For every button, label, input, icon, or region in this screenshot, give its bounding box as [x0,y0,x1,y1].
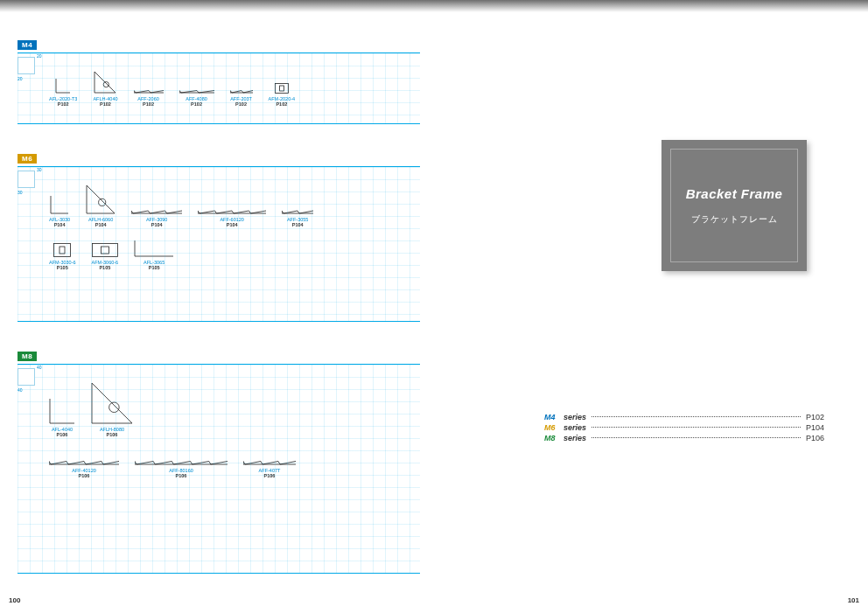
product-page: P104 [292,222,304,227]
product-page: P106 [57,432,68,437]
section-m4: M42020AFL-2020-T3P102AFLH-4040P102AFF-20… [18,35,420,124]
product-thumb [198,199,266,214]
grid-area: 3030AFL-3030P104AFLH-6060P104AFF-3090P10… [18,166,420,322]
chapter-title-card: Bracket Frame ブラケットフレーム [662,140,807,271]
product-cell: AFF-40120P106 [49,449,119,478]
product-page: P102 [276,101,287,107]
svg-rect-6 [92,244,117,257]
product-row: AFL-4040P106AFLH-8080P106 [49,382,420,437]
product-cell: AFL-3065P105 [134,240,174,270]
product-page: P106 [176,473,187,478]
product-page: P104 [227,222,238,227]
chapter-title-en: Bracket Frame [686,186,783,201]
product-cell: AFF-203TP102 [230,78,253,107]
toc-page: P102 [806,413,824,421]
svg-rect-1 [275,84,288,94]
product-thumb [55,78,71,94]
product-cell: AFF-4080P102 [179,78,214,107]
product-thumb [53,241,71,257]
svg-rect-4 [54,244,71,257]
product-row: AFL-2020-T3P102AFLH-4040P102AFF-2060P102… [49,71,420,107]
grid-area: 2020AFL-2020-T3P102AFLH-4040P102AFF-2060… [18,52,420,124]
product-cell: AFF-2060P102 [134,78,164,107]
svg-rect-7 [101,247,108,254]
product-page: P106 [79,473,90,478]
product-thumb [230,78,253,94]
product-cell: AFL-3030P104 [49,195,70,227]
toc-leader-dots [592,427,801,428]
svg-point-0 [104,81,109,87]
product-thumb [86,185,116,214]
product-thumb [275,78,289,94]
section-m6: M63030AFL-3030P104AFLH-6060P104AFF-3090P… [18,149,420,322]
product-thumb [243,449,296,465]
product-page: P104 [54,222,66,227]
product-page: P105 [57,265,68,270]
product-thumb [49,449,119,465]
product-page: P102 [100,101,111,107]
product-cell: AFL-2020-T3P102 [49,78,77,107]
product-row: AFM-3030-6P105AFM-3060-6P105AFL-3065P105 [49,240,420,270]
product-row: AFF-40120P106AFF-80160P106AFF-407TP106 [49,449,420,478]
chapter-title-jp: ブラケットフレーム [691,213,778,226]
toc-row: M4seriesP102 [544,413,824,421]
toc-tag: M4 [544,413,564,421]
product-cell: AFLH-8080P106 [91,382,133,437]
product-page: P104 [151,222,163,227]
product-thumb [134,240,174,257]
toc-row: M6seriesP104 [544,423,824,432]
product-cell: AFLH-6060P104 [86,185,116,227]
product-thumb [92,241,118,257]
product-page: P104 [95,222,107,227]
toc-tag: M8 [544,434,564,442]
toc-page: P104 [806,423,824,432]
section-m8: M84040AFL-4040P106AFLH-8080P106AFF-40120… [18,346,420,574]
svg-point-3 [99,199,106,205]
legend-dim-w: 40 [18,387,23,393]
legend-box [18,368,35,386]
section-tag: M6 [18,154,37,164]
product-thumb [179,78,214,94]
legend-dim-h: 20 [37,53,42,59]
product-thumb [91,382,133,424]
section-tag: M8 [18,352,37,361]
product-cell: AFLH-4040P102 [93,71,117,107]
app-top-gradient [0,0,868,12]
section-tag: M4 [18,40,37,50]
product-row: AFL-3030P104AFLH-6060P104AFF-3090P104AFF… [49,185,420,227]
product-cell: AFF-407TP106 [243,449,296,478]
product-thumb [49,398,75,424]
product-page: P102 [143,101,154,107]
product-page: P102 [58,101,69,107]
legend-dim-w: 20 [18,76,23,81]
product-thumb [135,449,228,465]
product-cell: AFM-3030-6P105 [49,241,76,270]
product-thumb [94,71,116,94]
product-thumb [50,195,69,214]
toc-series-label: series [564,423,586,432]
page-number-left: 100 [9,596,20,604]
product-page: P105 [149,265,160,270]
svg-rect-2 [279,86,284,91]
grid-area: 4040AFL-4040P106AFLH-8080P106AFF-40120P1… [18,364,420,574]
svg-rect-5 [60,247,65,254]
toc-leader-dots [592,437,801,438]
page-number-right: 101 [848,596,859,604]
legend-dim-h: 30 [37,167,42,172]
toc-leader-dots [592,416,801,417]
product-page: P102 [235,101,247,107]
legend-box [18,57,35,74]
product-page: P106 [264,473,276,478]
product-cell: AFM-3060-6P105 [92,241,119,270]
product-cell: AFF-80160P106 [135,449,228,478]
table-of-contents: M4seriesP102M6seriesP104M8seriesP106 [544,411,824,444]
svg-point-8 [109,402,120,413]
toc-series-label: series [564,434,586,442]
toc-page: P106 [806,434,824,442]
product-cell: AFL-4040P106 [49,398,75,437]
toc-tag: M6 [544,423,564,432]
catalog-left-page: M42020AFL-2020-T3P102AFLH-4040P102AFF-20… [18,35,420,598]
product-page: P106 [107,432,118,437]
product-cell: AFM-2020-4P102 [269,78,296,107]
product-thumb [282,199,313,214]
